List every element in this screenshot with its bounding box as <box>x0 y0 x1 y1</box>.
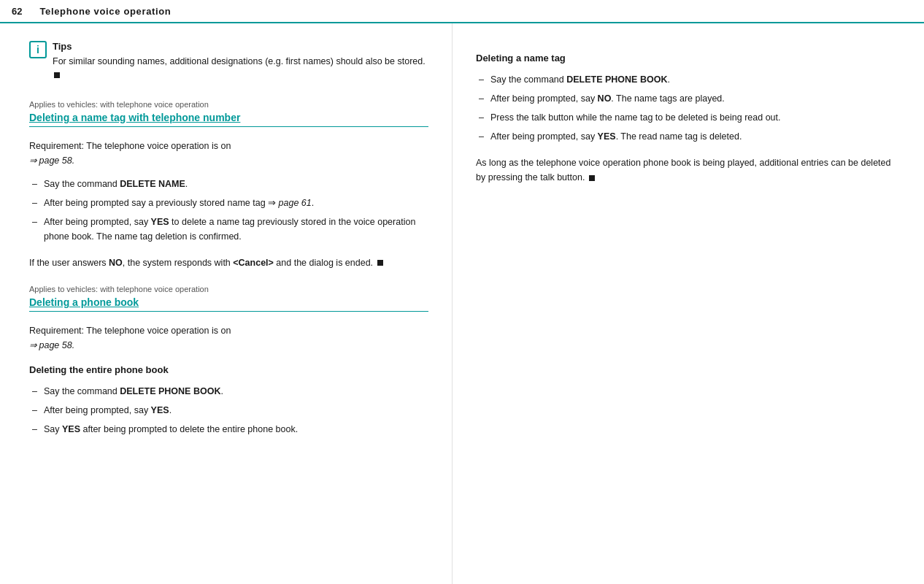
page-title: Telephone voice operation <box>39 6 171 17</box>
end-marker-2 <box>377 260 383 266</box>
right-bullet-list: Say the command DELETE PHONE BOOK. After… <box>476 72 901 144</box>
list-item: After being prompted, say NO. The name t… <box>476 91 901 106</box>
left-column: i Tips For similar sounding names, addit… <box>0 23 453 584</box>
list-item: Say the command DELETE PHONE BOOK. <box>476 72 901 87</box>
section-heading-2: Deleting a phone book <box>29 296 428 312</box>
tips-box: i Tips For similar sounding names, addit… <box>29 41 428 82</box>
tips-title: Tips <box>53 41 428 52</box>
page-header: 62 Telephone voice operation <box>0 0 924 23</box>
bullet-list-2: Say the command DELETE PHONE BOOK. After… <box>29 384 428 437</box>
page-number: 62 <box>12 6 22 17</box>
section-phone-book: Applies to vehicles: with telephone voic… <box>29 285 428 437</box>
bullet-list-1: Say the command DELETE NAME. After being… <box>29 177 428 244</box>
content-area: i Tips For similar sounding names, addit… <box>0 23 924 584</box>
right-closing-note: As long as the telephone voice operation… <box>476 155 901 185</box>
list-item: After being prompted, say YES to delete … <box>29 215 428 244</box>
end-marker-3 <box>589 175 595 181</box>
applies-note-1: Applies to vehicles: with telephone voic… <box>29 100 428 109</box>
section-heading-1: Deleting a name tag with telephone numbe… <box>29 112 428 127</box>
end-marker <box>54 72 60 78</box>
list-item: After being prompted, say YES. The read … <box>476 129 901 144</box>
list-item: Say the command DELETE PHONE BOOK. <box>29 384 428 399</box>
page-ref-1: ⇒ page 58. <box>29 155 74 166</box>
list-item: After being prompted say a previously st… <box>29 196 428 210</box>
subsection-heading: Deleting the entire phone book <box>29 364 428 375</box>
list-item: After being prompted, say YES. <box>29 403 428 418</box>
list-item: Press the talk button while the name tag… <box>476 110 901 125</box>
tips-text: For similar sounding names, additional d… <box>53 55 428 82</box>
requirement-text-2: Requirement: The telephone voice operati… <box>29 323 428 353</box>
right-section-heading: Deleting a name tag <box>476 53 901 64</box>
list-item: Say the command DELETE NAME. <box>29 177 428 191</box>
applies-note-2: Applies to vehicles: with telephone voic… <box>29 285 428 293</box>
info-icon: i <box>29 41 47 58</box>
right-column: Deleting a name tag Say the command DELE… <box>453 23 924 584</box>
section-name-tag-telephone: Applies to vehicles: with telephone voic… <box>29 100 428 270</box>
note-text-1: If the user answers NO, the system respo… <box>29 256 428 270</box>
list-item: Say YES after being prompted to delete t… <box>29 422 428 437</box>
page-ref-2: ⇒ page 58. <box>29 340 74 350</box>
requirement-text-1: Requirement: The telephone voice operati… <box>29 139 428 168</box>
tips-content: Tips For similar sounding names, additio… <box>53 41 428 82</box>
